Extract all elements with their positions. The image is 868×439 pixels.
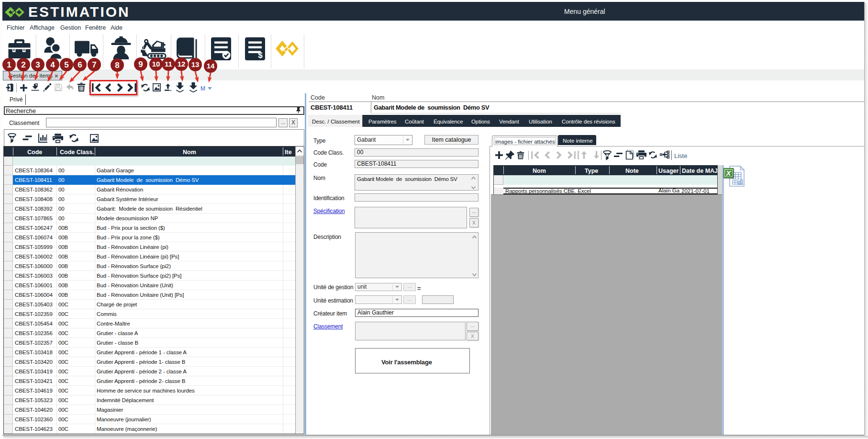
svg-text:2: 2	[21, 60, 25, 69]
svg-text:6: 6	[78, 60, 82, 69]
svg-text:11: 11	[165, 60, 172, 68]
svg-text:4: 4	[50, 60, 55, 69]
svg-text:12: 12	[178, 60, 186, 68]
svg-text:14: 14	[207, 62, 215, 70]
svg-text:1: 1	[7, 60, 11, 69]
svg-text:5: 5	[64, 60, 68, 69]
svg-text:8: 8	[115, 61, 119, 70]
svg-text:3: 3	[35, 60, 40, 69]
svg-text:$: $	[258, 51, 263, 60]
svg-text:13: 13	[191, 60, 200, 68]
svg-text:9: 9	[138, 60, 143, 69]
svg-text:10: 10	[152, 60, 160, 68]
svg-text:7: 7	[92, 60, 96, 69]
